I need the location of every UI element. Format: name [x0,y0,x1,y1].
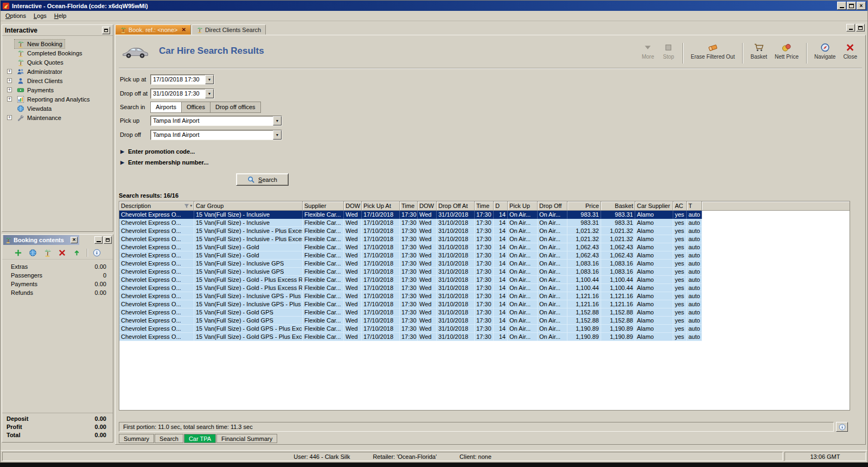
booking-contents-caption[interactable]: Booking contents ✕ [3,235,79,245]
table-row[interactable]: Chevrolet Express O...15 Van(Full Size) … [119,300,850,308]
panel-maximize-button[interactable] [104,236,112,244]
dropoff-at-input[interactable]: 31/10/2018 17:30 ▼ [150,89,214,99]
chevron-down-icon[interactable]: ▼ [273,116,282,125]
column-header-drop-off-11[interactable]: Drop Off [538,201,567,211]
info-button[interactable] [92,248,102,258]
navigate-button[interactable]: Navigate [812,42,838,61]
column-header-supplier-2[interactable]: Supplier [303,201,344,211]
table-row[interactable]: Chevrolet Express O...15 Van(Full Size) … [119,284,850,292]
booking-contents-row[interactable]: Extras0.00 [2,263,113,272]
collapse-button[interactable] [102,27,110,34]
bottom-tab-car-tpa[interactable]: Car TPA [184,434,216,443]
expand-icon[interactable]: + [7,69,12,74]
column-header-basket-13[interactable]: Basket [601,201,635,211]
basket-button[interactable]: Basket [748,42,770,61]
booking-contents-row[interactable]: Refunds0.00 [2,289,113,298]
add-button[interactable] [14,248,23,258]
column-header-description-0[interactable]: Description▾ [119,201,194,211]
column-header-time-8[interactable]: Time [475,201,494,211]
expand-icon[interactable]: + [7,78,12,83]
sidebar-item-administrator[interactable]: +Administrator [3,67,112,76]
dropoff-location-select[interactable]: Tampa Intl Airport ▼ [150,130,282,140]
expand-icon[interactable]: + [7,97,12,102]
sidebar-item-reporting-and-analytics[interactable]: +Reporting and Analytics [3,94,112,104]
sidebar-item-direct-clients[interactable]: +Direct Clients [3,76,112,85]
column-header-d-9[interactable]: D [494,201,508,211]
column-header-dow-6[interactable]: DOW [418,201,437,211]
table-row[interactable]: Chevrolet Express O...15 Van(Full Size) … [119,317,850,325]
table-row[interactable]: Chevrolet Express O...15 Van(Full Size) … [119,219,850,227]
filter-control[interactable]: ▾ [184,203,192,209]
column-header-price-12[interactable]: Price [567,201,601,211]
expand-icon[interactable]: + [7,87,12,92]
menu-logs[interactable]: Logs [30,11,50,20]
panel-minimize-button[interactable] [94,236,103,244]
column-header-t-16[interactable]: T [687,201,702,211]
bottom-tab-search[interactable]: Search [155,434,183,443]
expand-icon[interactable]: + [7,115,12,120]
promotion-code-expander[interactable]: ▶ Enter promotion code... [119,146,862,157]
sidebar-item-maintenance[interactable]: +Maintenance [3,113,112,122]
tab-close-icon[interactable]: ✕ [182,27,186,33]
stop-button[interactable]: Stop [659,42,678,61]
bottom-tab-financial-summary[interactable]: Financial Summary [216,434,277,443]
info-button[interactable] [836,422,848,432]
column-header-time-5[interactable]: Time [400,201,418,211]
minimize-button[interactable] [837,2,846,10]
table-row[interactable]: Chevrolet Express O...15 Van(Full Size) … [119,292,850,300]
table-row[interactable]: Chevrolet Express O...15 Van(Full Size) … [119,308,850,317]
table-row[interactable]: Chevrolet Express O...15 Van(Full Size) … [119,325,850,333]
column-header-car-supplier-14[interactable]: Car Supplier [635,201,673,211]
pickup-location-select[interactable]: Tampa Intl Airport ▼ [150,116,282,126]
tab-direct-clients-search[interactable]: Direct Clients Search [192,24,266,35]
world-button[interactable] [28,248,38,258]
table-row[interactable]: Chevrolet Express O...15 Van(Full Size) … [119,251,850,260]
bottom-tab-summary[interactable]: Summary [119,434,154,443]
table-row[interactable]: Chevrolet Express O...15 Van(Full Size) … [119,260,850,268]
table-row[interactable]: Chevrolet Express O...15 Van(Full Size) … [119,276,850,284]
column-header-pick-up-at-4[interactable]: Pick Up At [362,201,400,211]
table-row[interactable]: Chevrolet Express O...15 Van(Full Size) … [119,211,850,219]
table-row[interactable]: Chevrolet Express O...15 Van(Full Size) … [119,235,850,243]
column-header-drop-off-at-7[interactable]: Drop Off At [437,201,475,211]
mdi-restore-button[interactable] [856,24,865,31]
sidebar-item-payments[interactable]: +Payments [3,85,112,94]
maximize-button[interactable] [847,2,856,10]
chevron-down-icon[interactable]: ▼ [273,130,282,140]
table-row[interactable]: Chevrolet Express O...15 Van(Full Size) … [119,227,850,235]
table-row[interactable]: Chevrolet Express O...15 Van(Full Size) … [119,268,850,276]
chevron-down-icon[interactable]: ▼ [205,89,214,98]
erase-filtered-out-button[interactable]: Erase Filtered Out [688,42,737,61]
more-button[interactable]: More [639,42,657,61]
mdi-minimize-button[interactable] [846,24,855,31]
menu-help[interactable]: Help [50,11,71,20]
chevron-down-icon[interactable]: ▼ [205,75,214,84]
tab-booking-ref[interactable]: Book. ref.: <none> ✕ [115,24,191,35]
promote-button[interactable] [72,248,82,258]
booking-contents-row[interactable]: Passengers0 [2,272,113,280]
close-button[interactable]: Close [840,42,860,61]
sidebar-item-quick-quotes[interactable]: +Quick Quotes [3,58,112,67]
menu-options[interactable]: Options [2,11,30,20]
table-row[interactable]: Chevrolet Express O...15 Van(Full Size) … [119,243,850,251]
booking-contents-row[interactable]: Payments0.00 [2,280,113,289]
search-button[interactable]: Search [236,173,289,186]
close-panel-button[interactable]: ✕ [71,237,78,243]
transfer-button[interactable] [43,248,53,258]
search-in-airports[interactable]: Airports [150,102,182,113]
nett-price-button[interactable]: Nett Price [772,42,801,61]
column-header-car-group-1[interactable]: Car Group [194,201,303,211]
sidebar-item-viewdata[interactable]: +Viewdata [3,104,112,113]
column-header-ac-15[interactable]: AC [673,201,687,211]
delete-button[interactable] [58,248,67,258]
table-row[interactable]: Chevrolet Express O...15 Van(Full Size) … [119,333,850,341]
membership-number-expander[interactable]: ▶ Enter membership number... [119,157,862,168]
sidebar-item-completed-bookings[interactable]: +Completed Bookings [3,48,112,58]
search-in-drop-off-offices[interactable]: Drop off offices [210,102,261,113]
column-header-pick-up-10[interactable]: Pick Up [508,201,538,211]
sidebar-item-new-booking[interactable]: +New Booking [3,39,112,48]
pickup-at-input[interactable]: 17/10/2018 17:30 ▼ [150,74,214,85]
search-in-offices[interactable]: Offices [182,102,210,113]
column-header-dow-3[interactable]: DOW [344,201,362,211]
close-button[interactable]: × [857,2,866,10]
